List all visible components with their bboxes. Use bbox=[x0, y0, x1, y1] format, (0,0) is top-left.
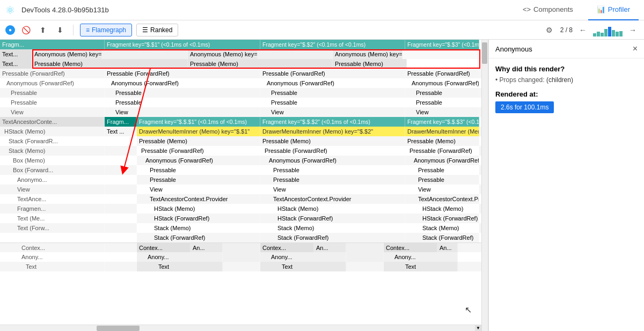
flame-cell-press2[interactable]: Pressable (Memo) bbox=[188, 59, 333, 69]
lower-textanc-a2: TextAncestorContext.Provider bbox=[260, 194, 405, 204]
lower-hstack-fwd2: HStack (ForwardRef) bbox=[260, 214, 405, 223]
lower-press-a3: Pressable bbox=[405, 165, 479, 175]
bot-sp4 bbox=[346, 252, 384, 262]
lower-frag3-header[interactable]: Fragment key="$.$.$3" (<0.1ms of <0.1ms) bbox=[405, 117, 479, 127]
rendered-at-bar: 2.6s for 100.1ms bbox=[495, 101, 554, 113]
lower-press-b2: Pressable bbox=[260, 175, 405, 185]
lower-press-b1: Pressable bbox=[137, 175, 260, 185]
flame-cell-frag1-top[interactable]: Fragment key="$.$1" (<0.1ms of <0.1ms) bbox=[105, 40, 260, 49]
lower-row-3: Box (Memo) Anonymous (ForwardRef) Anonym… bbox=[0, 156, 488, 165]
lower-row-4: Box (Forward... Pressable Pressable Pres… bbox=[0, 165, 488, 175]
download-button[interactable]: ⬇ bbox=[54, 24, 67, 36]
tree-hstack: HStack (Memo) bbox=[0, 127, 105, 136]
flame-cell-anon2b bbox=[258, 49, 333, 59]
tree-box-fwd: Box (Forward... bbox=[0, 165, 105, 175]
bottom-row-2: Text Text Text Text bbox=[0, 262, 488, 271]
scrollbar-down-arrow[interactable]: ▼ bbox=[475, 325, 481, 331]
settings-button[interactable]: ⚙ bbox=[543, 24, 556, 36]
bot-contex2: Contex... bbox=[260, 243, 314, 253]
drawer-item-3[interactable]: DrawerMenuItemInner (Memo) key="$.$3" bbox=[405, 127, 479, 136]
devtools-title: DevTools 4.28.0-9b95b131b bbox=[21, 6, 109, 14]
mini-bar-5[interactable] bbox=[612, 30, 615, 36]
prev-commit-button[interactable]: ← bbox=[577, 25, 589, 35]
col1-pressable2: Pressable bbox=[105, 98, 260, 107]
lower-fragm[interactable]: Fragm... bbox=[105, 117, 137, 127]
horizontal-scrollbar[interactable]: ▼ bbox=[0, 325, 481, 331]
col3-anon-fwd: Anonymous (ForwardRef) bbox=[405, 78, 479, 88]
mini-bar-1[interactable] bbox=[597, 32, 600, 36]
mini-bar-7[interactable] bbox=[619, 31, 623, 36]
flame-cell-text2[interactable]: Text... bbox=[0, 59, 32, 69]
bot-an3: An... bbox=[437, 243, 458, 253]
tree-textanc: TextAnce... bbox=[0, 194, 105, 204]
tree-empty bbox=[0, 233, 105, 242]
tree-bottom-text: Text bbox=[0, 262, 105, 271]
lower-press-memo2: Pressable (Memo) bbox=[260, 136, 405, 146]
record-button[interactable]: ● bbox=[5, 25, 15, 35]
lower-press-a1: Pressable bbox=[137, 165, 260, 175]
mini-bar-0[interactable] bbox=[593, 33, 596, 36]
lower-press-memo1: Pressable (Memo) bbox=[137, 136, 260, 146]
lower-row-8: Fragmen... HStack (Memo) HStack (Memo) H… bbox=[0, 204, 488, 214]
flame-row-4: Anonymous (ForwardRef) Anonymous (Forwar… bbox=[0, 78, 488, 88]
right-panel-header: Anonymous × bbox=[489, 40, 644, 58]
flame-cell-fragm[interactable]: Fragm... bbox=[0, 40, 105, 49]
lower-row-11: Stack (ForwardRef) Stack (ForwardRef) St… bbox=[0, 233, 488, 242]
flame-cell-anon2[interactable]: Anonymous (Memo) key="$.$2" bbox=[188, 49, 258, 59]
flame-cell-anon1[interactable]: Anonymous (Memo) key="$.$1" bbox=[32, 49, 102, 59]
ranked-tab[interactable]: ☰ Ranked bbox=[136, 24, 178, 36]
scrollbar-thumb[interactable] bbox=[482, 42, 487, 64]
flame-cell-anon3[interactable]: Anonymous (Memo) key="$.$3" bbox=[333, 49, 402, 59]
drawer-item-1[interactable]: DrawerMenuItemInner (Memo) key="$.$1" bbox=[137, 127, 260, 136]
col3-pressable-fwd: Pressable (ForwardRef) bbox=[405, 69, 479, 78]
tree-view2: View bbox=[0, 185, 105, 194]
col2-pressable1: Pressable bbox=[260, 88, 405, 98]
bot-sp2 bbox=[346, 243, 384, 253]
lower-view-a3: View bbox=[405, 185, 479, 194]
tree-textfwd: Text (Forw... bbox=[0, 223, 105, 233]
mini-bar-3[interactable] bbox=[604, 29, 608, 36]
lower-anon-fwd3: Anonymous (ForwardRef) bbox=[405, 156, 479, 165]
l-empty2 bbox=[105, 146, 137, 156]
flame-cell-text1[interactable]: Text... bbox=[0, 49, 32, 59]
drawer-item-2[interactable]: DrawerMenuItemInner (Memo) key="$.$2" bbox=[260, 127, 405, 136]
flame-row-7: View View View View bbox=[0, 107, 488, 117]
upload-button[interactable]: ⬆ bbox=[36, 24, 49, 36]
tab-profiler[interactable]: 📊 Profiler bbox=[588, 0, 639, 20]
clear-button[interactable]: 🚫 bbox=[19, 24, 32, 36]
l-empty8 bbox=[105, 204, 137, 214]
tab-components[interactable]: <> Components bbox=[514, 0, 582, 20]
lower-stack-fwd1: Stack (ForwardRef) bbox=[137, 233, 260, 242]
tree-stack-fwd: Stack (ForwardR... bbox=[0, 136, 105, 146]
lower-stack-memo2: Stack (Memo) bbox=[260, 223, 405, 233]
lower-text-left: Text ... bbox=[105, 127, 137, 136]
lower-stack-memo3: Stack (Memo) bbox=[405, 223, 479, 233]
next-commit-button[interactable]: → bbox=[627, 25, 639, 35]
flame-cell-frag3-top[interactable]: Fragment key="$.$3" (<0.1ms of <0.1 bbox=[405, 40, 479, 49]
lower-row-7: TextAnce... TextAncestorContext.Provider… bbox=[0, 194, 488, 204]
mini-bar-6[interactable] bbox=[616, 32, 619, 36]
bot-an2: An... bbox=[314, 243, 346, 253]
rendered-at-title: Rendered at: bbox=[495, 90, 638, 98]
vertical-scrollbar[interactable] bbox=[481, 40, 488, 331]
col2-pressable2: Pressable bbox=[260, 98, 405, 107]
bot-sp6 bbox=[346, 262, 384, 271]
flame-cell-press1[interactable]: Pressable (Memo) bbox=[32, 59, 188, 69]
l-empty1 bbox=[105, 136, 137, 146]
flame-cell-press3[interactable]: Pressable (Memo) bbox=[333, 59, 407, 69]
lower-frag2-header[interactable]: Fragment key="$.$.$2" (<0.1ms of <0.1ms) bbox=[260, 117, 405, 127]
flamegraph-tab[interactable]: ≡ Flamegraph bbox=[80, 24, 132, 36]
mini-bar-2[interactable] bbox=[601, 33, 604, 36]
mini-flamegraph[interactable] bbox=[593, 24, 623, 36]
lower-row-10: Text (Forw... Stack (Memo) Stack (Memo) … bbox=[0, 223, 488, 233]
flame-cell-frag2-top[interactable]: Fragment key="$.$2" (<0.1ms of <0.1ms) bbox=[260, 40, 405, 49]
lower-hstack-fwd1: HStack (ForwardRef) bbox=[137, 214, 260, 223]
col1-view1: View bbox=[105, 107, 260, 117]
lower-frag1-header[interactable]: Fragment key="$.$.$1" (<0.1ms of <0.1ms) bbox=[137, 117, 260, 127]
mini-bar-4[interactable] bbox=[608, 27, 611, 36]
flame-row-3: Pressable (ForwardRef) Pressable (Forwar… bbox=[0, 69, 488, 78]
flame-row-0: Fragm... Fragment key="$.$1" (<0.1ms of … bbox=[0, 40, 488, 49]
close-button[interactable]: × bbox=[633, 44, 638, 54]
h-scrollbar-thumb[interactable] bbox=[97, 326, 140, 331]
lower-stack-memo1: Stack (Memo) bbox=[137, 223, 260, 233]
